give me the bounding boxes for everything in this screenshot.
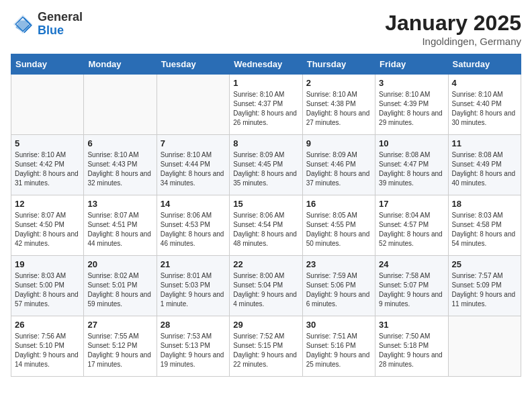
day-number: 22	[233, 259, 298, 269]
day-info: Sunrise: 8:10 AM Sunset: 4:37 PM Dayligh…	[233, 90, 298, 128]
day-number: 17	[379, 199, 444, 209]
day-number: 15	[233, 199, 298, 209]
calendar-cell: 10Sunrise: 8:08 AM Sunset: 4:47 PM Dayli…	[375, 135, 448, 195]
weekday-header: Sunday	[11, 54, 84, 75]
calendar-cell: 5Sunrise: 8:10 AM Sunset: 4:42 PM Daylig…	[11, 135, 84, 195]
day-number: 30	[306, 320, 371, 330]
calendar-cell: 31Sunrise: 7:50 AM Sunset: 5:18 PM Dayli…	[375, 316, 448, 377]
day-info: Sunrise: 7:56 AM Sunset: 5:10 PM Dayligh…	[15, 332, 80, 369]
day-info: Sunrise: 8:04 AM Sunset: 4:57 PM Dayligh…	[379, 211, 444, 248]
logo: General Blue	[11, 11, 83, 38]
weekday-header: Thursday	[302, 54, 375, 75]
day-number: 3	[379, 78, 444, 88]
day-info: Sunrise: 7:55 AM Sunset: 5:12 PM Dayligh…	[87, 332, 152, 369]
calendar-cell: 27Sunrise: 7:55 AM Sunset: 5:12 PM Dayli…	[84, 316, 157, 377]
day-number: 8	[233, 138, 298, 148]
calendar-week-row: 5Sunrise: 8:10 AM Sunset: 4:42 PM Daylig…	[11, 135, 521, 195]
weekday-header: Monday	[84, 54, 157, 75]
day-number: 7	[161, 138, 226, 148]
calendar-body: 1Sunrise: 8:10 AM Sunset: 4:37 PM Daylig…	[11, 75, 521, 377]
day-info: Sunrise: 7:59 AM Sunset: 5:06 PM Dayligh…	[306, 271, 371, 309]
calendar-cell: 16Sunrise: 8:05 AM Sunset: 4:55 PM Dayli…	[302, 195, 375, 256]
title-block: January 2025 Ingoldingen, Germany	[385, 11, 521, 47]
day-info: Sunrise: 8:07 AM Sunset: 4:51 PM Dayligh…	[87, 211, 152, 248]
day-number: 10	[379, 138, 444, 148]
day-info: Sunrise: 8:10 AM Sunset: 4:39 PM Dayligh…	[379, 90, 444, 128]
day-number: 27	[87, 320, 152, 330]
day-info: Sunrise: 8:06 AM Sunset: 4:54 PM Dayligh…	[233, 211, 298, 248]
calendar-cell: 21Sunrise: 8:01 AM Sunset: 5:03 PM Dayli…	[157, 256, 229, 316]
calendar-cell: 30Sunrise: 7:51 AM Sunset: 5:16 PM Dayli…	[302, 316, 375, 377]
calendar-cell: 28Sunrise: 7:53 AM Sunset: 5:13 PM Dayli…	[157, 316, 229, 377]
day-number: 21	[161, 259, 226, 269]
day-number: 5	[15, 138, 80, 148]
day-number: 31	[379, 320, 444, 330]
calendar-cell: 29Sunrise: 7:52 AM Sunset: 5:15 PM Dayli…	[230, 316, 302, 377]
calendar-week-row: 1Sunrise: 8:10 AM Sunset: 4:37 PM Daylig…	[11, 75, 521, 135]
day-number: 23	[306, 259, 371, 269]
day-info: Sunrise: 8:07 AM Sunset: 4:50 PM Dayligh…	[15, 211, 80, 248]
calendar-cell: 19Sunrise: 8:03 AM Sunset: 5:00 PM Dayli…	[11, 256, 84, 316]
calendar-cell: 7Sunrise: 8:10 AM Sunset: 4:44 PM Daylig…	[157, 135, 229, 195]
day-number: 12	[15, 199, 80, 209]
calendar-table: SundayMondayTuesdayWednesdayThursdayFrid…	[11, 54, 521, 377]
day-info: Sunrise: 8:06 AM Sunset: 4:53 PM Dayligh…	[161, 211, 226, 248]
day-number: 1	[233, 78, 298, 88]
calendar-header-row: SundayMondayTuesdayWednesdayThursdayFrid…	[11, 54, 521, 75]
day-info: Sunrise: 7:53 AM Sunset: 5:13 PM Dayligh…	[161, 332, 226, 369]
calendar-cell: 6Sunrise: 8:10 AM Sunset: 4:43 PM Daylig…	[84, 135, 157, 195]
day-info: Sunrise: 8:09 AM Sunset: 4:45 PM Dayligh…	[233, 150, 298, 188]
calendar-cell: 14Sunrise: 8:06 AM Sunset: 4:53 PM Dayli…	[157, 195, 229, 256]
day-info: Sunrise: 8:08 AM Sunset: 4:47 PM Dayligh…	[379, 150, 444, 188]
day-number: 14	[161, 199, 226, 209]
calendar-cell: 1Sunrise: 8:10 AM Sunset: 4:37 PM Daylig…	[230, 75, 302, 135]
weekday-header: Tuesday	[157, 54, 229, 75]
day-info: Sunrise: 8:08 AM Sunset: 4:49 PM Dayligh…	[452, 150, 517, 188]
day-info: Sunrise: 8:10 AM Sunset: 4:38 PM Dayligh…	[306, 90, 371, 128]
day-info: Sunrise: 8:10 AM Sunset: 4:43 PM Dayligh…	[87, 150, 152, 188]
day-info: Sunrise: 8:01 AM Sunset: 5:03 PM Dayligh…	[161, 271, 226, 309]
day-number: 19	[15, 259, 80, 269]
logo-general-text: General	[38, 11, 83, 24]
calendar-week-row: 19Sunrise: 8:03 AM Sunset: 5:00 PM Dayli…	[11, 256, 521, 316]
day-info: Sunrise: 8:05 AM Sunset: 4:55 PM Dayligh…	[306, 211, 371, 248]
day-number: 29	[233, 320, 298, 330]
day-number: 25	[452, 259, 517, 269]
calendar-cell: 18Sunrise: 8:03 AM Sunset: 4:58 PM Dayli…	[448, 195, 521, 256]
calendar-cell: 25Sunrise: 7:57 AM Sunset: 5:09 PM Dayli…	[448, 256, 521, 316]
page-header: General Blue January 2025 Ingoldingen, G…	[11, 11, 521, 47]
day-number: 9	[306, 138, 371, 148]
calendar-cell: 9Sunrise: 8:09 AM Sunset: 4:46 PM Daylig…	[302, 135, 375, 195]
day-info: Sunrise: 7:58 AM Sunset: 5:07 PM Dayligh…	[379, 271, 444, 309]
weekday-header: Wednesday	[230, 54, 302, 75]
day-info: Sunrise: 8:03 AM Sunset: 4:58 PM Dayligh…	[452, 211, 517, 248]
day-info: Sunrise: 7:50 AM Sunset: 5:18 PM Dayligh…	[379, 332, 444, 369]
weekday-header: Friday	[375, 54, 448, 75]
calendar-cell: 15Sunrise: 8:06 AM Sunset: 4:54 PM Dayli…	[230, 195, 302, 256]
logo-blue-text: Blue	[38, 24, 83, 38]
calendar-cell: 4Sunrise: 8:10 AM Sunset: 4:40 PM Daylig…	[448, 75, 521, 135]
calendar-cell: 17Sunrise: 8:04 AM Sunset: 4:57 PM Dayli…	[375, 195, 448, 256]
day-info: Sunrise: 7:57 AM Sunset: 5:09 PM Dayligh…	[452, 271, 517, 309]
calendar-cell: 12Sunrise: 8:07 AM Sunset: 4:50 PM Dayli…	[11, 195, 84, 256]
day-number: 18	[452, 199, 517, 209]
day-number: 2	[306, 78, 371, 88]
calendar-cell: 23Sunrise: 7:59 AM Sunset: 5:06 PM Dayli…	[302, 256, 375, 316]
calendar-cell: 11Sunrise: 8:08 AM Sunset: 4:49 PM Dayli…	[448, 135, 521, 195]
day-info: Sunrise: 7:51 AM Sunset: 5:16 PM Dayligh…	[306, 332, 371, 369]
day-number: 20	[87, 259, 152, 269]
day-info: Sunrise: 8:02 AM Sunset: 5:01 PM Dayligh…	[87, 271, 152, 309]
calendar-subtitle: Ingoldingen, Germany	[385, 36, 521, 47]
day-number: 13	[87, 199, 152, 209]
calendar-title: January 2025	[385, 11, 521, 36]
calendar-cell	[448, 316, 521, 377]
calendar-cell	[157, 75, 229, 135]
calendar-cell	[11, 75, 84, 135]
calendar-cell: 24Sunrise: 7:58 AM Sunset: 5:07 PM Dayli…	[375, 256, 448, 316]
calendar-cell: 20Sunrise: 8:02 AM Sunset: 5:01 PM Dayli…	[84, 256, 157, 316]
calendar-cell: 8Sunrise: 8:09 AM Sunset: 4:45 PM Daylig…	[230, 135, 302, 195]
calendar-cell	[84, 75, 157, 135]
day-number: 28	[161, 320, 226, 330]
calendar-week-row: 26Sunrise: 7:56 AM Sunset: 5:10 PM Dayli…	[11, 316, 521, 377]
day-info: Sunrise: 8:03 AM Sunset: 5:00 PM Dayligh…	[15, 271, 80, 309]
